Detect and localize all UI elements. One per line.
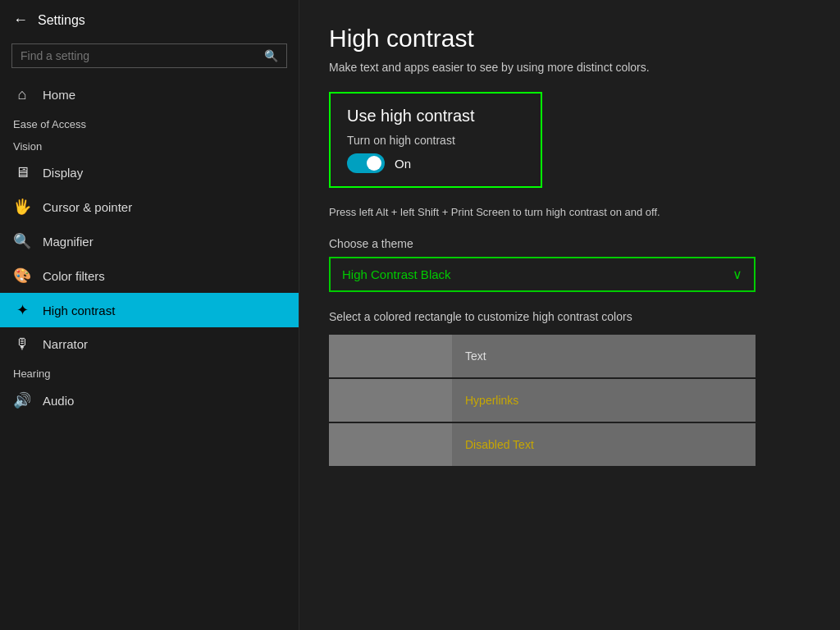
theme-dropdown[interactable]: High Contrast Black ∨ (329, 257, 756, 292)
disabled-color-swatch[interactable] (329, 423, 452, 466)
colors-label: Select a colored rectangle to customize … (329, 310, 810, 323)
sidebar-title: Settings (38, 13, 85, 28)
sidebar-item-display-label: Display (43, 166, 83, 180)
color-row-disabled[interactable]: Disabled Text (329, 423, 756, 466)
sidebar-item-high-contrast-label: High contrast (43, 304, 115, 317)
search-icon: 🔍 (264, 49, 278, 62)
high-contrast-toggle[interactable] (347, 153, 385, 173)
hearing-label: Hearing (0, 361, 299, 383)
page-subtitle: Make text and apps easier to see by usin… (329, 61, 810, 74)
high-contrast-icon: ✦ (13, 301, 31, 319)
disabled-color-label: Disabled Text (452, 438, 534, 451)
sidebar-item-audio-label: Audio (43, 394, 74, 408)
display-icon: 🖥 (13, 164, 31, 181)
home-icon: ⌂ (13, 86, 31, 103)
dropdown-arrow-icon: ∨ (733, 267, 742, 282)
sidebar-item-home-label: Home (43, 88, 75, 102)
sidebar-item-audio[interactable]: 🔊 Audio (0, 383, 299, 418)
search-input[interactable] (21, 49, 264, 62)
sidebar: ← Settings 🔍 ⌂ Home Ease of Access Visio… (0, 0, 299, 630)
sidebar-header: ← Settings (0, 0, 299, 40)
sidebar-item-narrator[interactable]: 🎙 Narrator (0, 327, 299, 361)
sidebar-item-cursor[interactable]: 🖐 Cursor & pointer (0, 189, 299, 224)
sidebar-item-narrator-label: Narrator (43, 337, 88, 351)
narrator-icon: 🎙 (13, 336, 31, 353)
sidebar-item-magnifier-label: Magnifier (43, 235, 94, 249)
sidebar-item-home[interactable]: ⌂ Home (0, 78, 299, 112)
sidebar-item-color-filters-label: Color filters (43, 269, 105, 283)
audio-icon: 🔊 (13, 391, 31, 409)
toggle-row: On (347, 153, 524, 173)
sidebar-item-cursor-label: Cursor & pointer (43, 200, 132, 214)
color-row-text[interactable]: Text (329, 335, 756, 377)
ease-of-access-label: Ease of Access (0, 112, 299, 134)
text-color-swatch[interactable] (329, 335, 452, 377)
theme-value: High Contrast Black (342, 267, 451, 281)
hyperlinks-color-label: Hyperlinks (452, 394, 518, 407)
sidebar-item-color-filters[interactable]: 🎨 Color filters (0, 258, 299, 293)
sidebar-item-high-contrast[interactable]: ✦ High contrast (0, 293, 299, 327)
color-grid: Text Hyperlinks Disabled Text (329, 335, 756, 468)
page-title: High contrast (329, 25, 810, 52)
color-filters-icon: 🎨 (13, 267, 31, 285)
shortcut-text: Press left Alt + left Shift + Print Scre… (329, 204, 810, 221)
high-contrast-box: Use high contrast Turn on high contrast … (329, 92, 542, 188)
text-color-label: Text (452, 349, 486, 363)
hc-toggle-label: Turn on high contrast (347, 134, 524, 147)
magnifier-icon: 🔍 (13, 232, 31, 250)
hc-box-title: Use high contrast (347, 107, 524, 126)
cursor-icon: 🖐 (13, 198, 31, 216)
back-button[interactable]: ← (13, 11, 28, 29)
hyperlinks-color-swatch[interactable] (329, 379, 452, 422)
color-row-hyperlinks[interactable]: Hyperlinks (329, 379, 756, 422)
vision-label: Vision (0, 134, 299, 156)
sidebar-item-display[interactable]: 🖥 Display (0, 156, 299, 189)
main-content: High contrast Make text and apps easier … (299, 0, 840, 630)
toggle-state-label: On (395, 157, 411, 171)
choose-theme-label: Choose a theme (329, 237, 810, 250)
search-box[interactable]: 🔍 (11, 43, 287, 68)
sidebar-item-magnifier[interactable]: 🔍 Magnifier (0, 224, 299, 258)
